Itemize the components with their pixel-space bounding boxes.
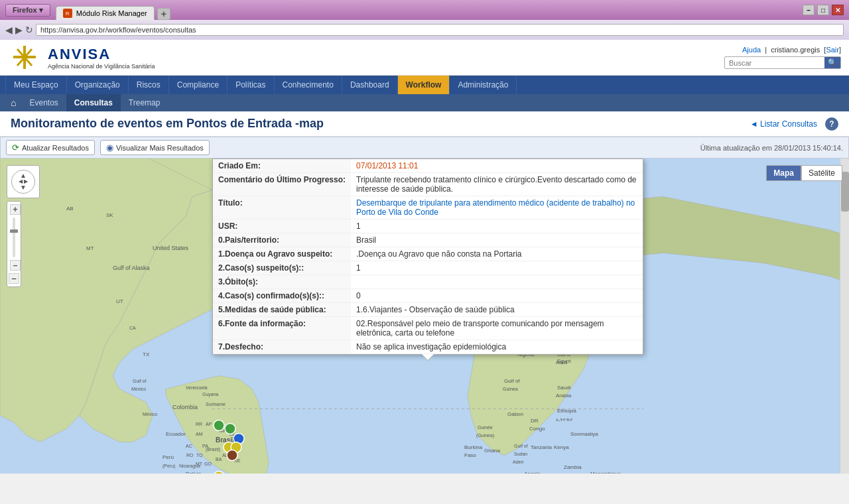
- info-label-casos: 2.Caso(s) suspeito(s)::: [213, 261, 351, 275]
- sub-nav-consultas[interactable]: Consultas: [66, 94, 121, 111]
- info-row-usr: USR: 1: [213, 220, 643, 233]
- sub-nav-treemap[interactable]: Treemap: [121, 94, 168, 111]
- svg-text:Gulf of Alaska: Gulf of Alaska: [113, 265, 150, 271]
- anvisa-logo-icon: [8, 42, 41, 72]
- minimize-btn[interactable]: –: [803, 5, 815, 15]
- zoom-out-btn2[interactable]: –: [9, 273, 19, 284]
- page-title: Monitoramento de eventos em Pontos de En…: [11, 117, 324, 131]
- logo-area: ANVISA Agência Nacional de Vigilância Sa…: [8, 42, 155, 72]
- svg-text:Arabia: Arabia: [556, 393, 572, 399]
- zoom-out-btn[interactable]: –: [10, 260, 21, 271]
- new-tab-btn[interactable]: +: [157, 8, 170, 20]
- ajuda-link[interactable]: Ajuda: [742, 46, 761, 54]
- svg-text:MT: MT: [86, 245, 94, 251]
- address-input[interactable]: [36, 24, 844, 36]
- svg-text:AB: AB: [66, 206, 74, 212]
- svg-text:Zambia: Zambia: [564, 464, 582, 470]
- map-type-mapa-btn[interactable]: Mapa: [766, 165, 801, 181]
- info-row-obitos: 3.Óbito(s):: [213, 275, 643, 289]
- svg-text:Perú: Perú: [163, 454, 174, 460]
- home-btn[interactable]: ⌂: [5, 97, 21, 108]
- nav-administracao[interactable]: Administração: [450, 76, 517, 94]
- zoom-in-btn[interactable]: +: [10, 204, 21, 215]
- username: cristiano.gregis: [771, 46, 820, 54]
- svg-text:SK: SK: [106, 212, 113, 218]
- info-value-fonte: 02.Responsável pelo meio de transporte c…: [351, 317, 643, 340]
- sub-nav-eventos[interactable]: Eventos: [21, 94, 66, 111]
- svg-text:Gulf of: Gulf of: [514, 444, 528, 448]
- nav-politicas[interactable]: Políticas: [228, 76, 274, 94]
- svg-text:Sudan: Sudan: [514, 452, 527, 456]
- info-row-pais: 0.Pais/territorio: Brasil: [213, 233, 643, 247]
- svg-point-87: [225, 424, 235, 434]
- svg-text:AM: AM: [196, 432, 203, 436]
- browser-tab[interactable]: R Módulo Risk Manager: [56, 6, 155, 20]
- nav-organizacao[interactable]: Organização: [67, 76, 129, 94]
- search-button[interactable]: 🔍: [824, 57, 840, 68]
- back-btn[interactable]: ◀: [5, 25, 13, 35]
- top-right: Ajuda | cristiano.gregis [Sair] 🔍: [724, 46, 841, 69]
- titulo-link[interactable]: Desembarque de tripulante para atendimen…: [356, 198, 635, 217]
- info-row-criado: Criado Em: 07/01/2013 11:01: [213, 159, 643, 173]
- reload-btn[interactable]: ↻: [25, 25, 33, 35]
- svg-text:United States: United States: [153, 245, 189, 251]
- help-icon[interactable]: ?: [825, 117, 838, 131]
- browser-menu-btn[interactable]: Firefox ▾: [5, 4, 50, 17]
- info-value-titulo: Desembarque de tripulante para atendimen…: [351, 196, 643, 220]
- browser-chrome: Firefox ▾ R Módulo Risk Manager + – □ ✕: [0, 0, 849, 20]
- svg-text:México: México: [143, 412, 157, 416]
- svg-text:Congo: Congo: [529, 426, 545, 432]
- svg-text:Ghana: Ghana: [484, 448, 501, 454]
- svg-text:(Guinea): (Guinea): [476, 433, 494, 438]
- svg-text:PA: PA: [202, 444, 208, 448]
- svg-text:Tanzania: Tanzania: [531, 444, 553, 450]
- user-links: Ajuda | cristiano.gregis [Sair]: [742, 46, 841, 54]
- svg-text:TX: TX: [143, 351, 150, 357]
- info-label-pais: 0.Pais/territorio:: [213, 233, 351, 247]
- svg-text:BA: BA: [216, 457, 222, 462]
- nav-dashboard[interactable]: Dashboard: [342, 76, 398, 94]
- close-btn[interactable]: ✕: [832, 5, 844, 15]
- svg-text:RR: RR: [196, 422, 202, 426]
- nav-riscos[interactable]: Riscos: [129, 76, 169, 94]
- sair-link[interactable]: Sair: [826, 46, 839, 54]
- info-label-titulo: Título:: [213, 196, 351, 220]
- info-value-desfecho: Não se aplica investigação epidemiológic…: [351, 340, 643, 354]
- svg-text:Soomaaliya: Soomaaliya: [570, 431, 598, 437]
- info-popup: Criado Em: 07/01/2013 11:01 Comentário d…: [212, 158, 643, 355]
- toolbar: ⟳ Atualizar Resultados ◉ Visualizar Mais…: [0, 137, 849, 158]
- info-label-confirmados: 4.Caso(s) confirmado(s)(s)::: [213, 289, 351, 303]
- svg-text:TO: TO: [196, 453, 203, 458]
- svg-text:Moçambique: Moçambique: [590, 471, 621, 474]
- page-actions: ◄ Listar Consultas ?: [750, 117, 838, 131]
- nav-workflow[interactable]: Workflow: [398, 76, 450, 94]
- info-row-titulo: Título: Desembarque de tripulante para a…: [213, 196, 643, 220]
- nav-conhecimento[interactable]: Conhecimento: [275, 76, 342, 94]
- svg-text:Angola: Angola: [524, 471, 541, 474]
- visualizar-btn[interactable]: ◉ Visualizar Mais Resultados: [100, 140, 210, 155]
- anvisa-name: ANVISA: [48, 46, 155, 63]
- nav-meu-espaco[interactable]: Meu Espaço: [5, 76, 67, 94]
- maximize-btn[interactable]: □: [817, 5, 829, 15]
- nav-compliance[interactable]: Compliance: [169, 76, 228, 94]
- svg-text:AP: AP: [206, 422, 212, 426]
- atualizar-btn[interactable]: ⟳ Atualizar Resultados: [6, 140, 95, 155]
- info-value-criado: 07/01/2013 11:01: [351, 159, 643, 173]
- info-value-pais: Brasil: [351, 233, 643, 247]
- map-type-satelite-btn[interactable]: Satélite: [801, 165, 842, 181]
- forward-btn[interactable]: ▶: [15, 25, 23, 35]
- info-label-doenca: 1.Doença ou Agravo suspeito:: [213, 247, 351, 261]
- logo-text: ANVISA Agência Nacional de Vigilância Sa…: [48, 46, 155, 70]
- map-area[interactable]: Gulf of Alaska AB SK MT UT CA TX Gulf of…: [0, 158, 849, 473]
- svg-text:Suriname: Suriname: [206, 402, 226, 407]
- listar-consultas-link[interactable]: ◄ Listar Consultas: [750, 119, 817, 129]
- tab-title: Módulo Risk Manager: [76, 9, 147, 17]
- search-input[interactable]: [725, 58, 824, 68]
- info-value-doenca: .Doença ou Agravo que não consta na Port…: [351, 247, 643, 261]
- main-nav: Meu Espaço Organização Riscos Compliance…: [0, 76, 849, 94]
- scrollbar[interactable]: [840, 158, 849, 473]
- svg-text:ኢትዮጵያ: ኢትዮጵያ: [556, 417, 573, 422]
- toolbar-left: ⟳ Atualizar Resultados ◉ Visualizar Mais…: [6, 140, 210, 155]
- top-bar: ANVISA Agência Nacional de Vigilância Sa…: [0, 40, 849, 76]
- info-label-obitos: 3.Óbito(s):: [213, 275, 351, 289]
